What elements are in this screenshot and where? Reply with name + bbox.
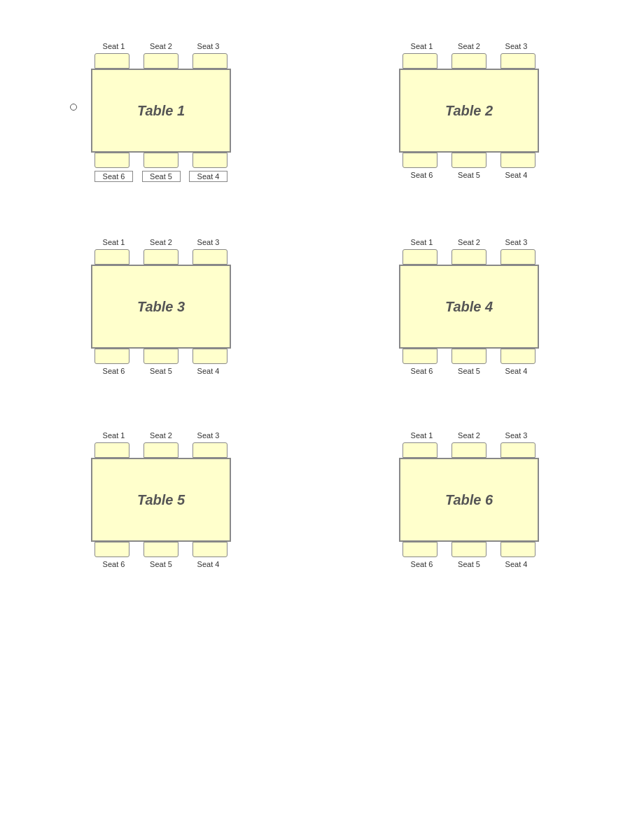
chairs-bottom-2 — [402, 153, 536, 168]
seat-bottom-label-6-2: Seat 5 — [450, 560, 489, 568]
seat-bottom-label-4-3: Seat 4 — [497, 367, 536, 375]
seat-bottom-label-1-1: Seat 6 — [94, 171, 133, 182]
table-label-4: Table 4 — [445, 299, 493, 315]
table-rect-2[interactable]: Table 2 — [399, 69, 539, 153]
table-rect-3[interactable]: Table 3 — [91, 265, 231, 349]
seat-bottom-label-2-1: Seat 6 — [402, 171, 441, 179]
table-unit-5[interactable]: Seat 1Seat 2Seat 3Table 5Seat 6Seat 5Sea… — [84, 431, 238, 568]
seat-top-label-5-3: Seat 3 — [189, 431, 227, 440]
chair-bottom-1-2[interactable] — [144, 153, 178, 168]
table-unit-6[interactable]: Seat 1Seat 2Seat 3Table 6Seat 6Seat 5Sea… — [392, 431, 546, 568]
chairs-bottom-4 — [402, 349, 536, 364]
seat-bottom-label-6-3: Seat 4 — [497, 560, 536, 568]
seat-labels-bottom-4: Seat 6Seat 5Seat 4 — [402, 367, 536, 375]
chair-top-1-1[interactable] — [94, 53, 130, 69]
seat-labels-top-5: Seat 1Seat 2Seat 3 — [94, 431, 227, 440]
chair-bottom-5-3[interactable] — [192, 542, 227, 557]
seat-top-label-3-2: Seat 2 — [142, 238, 181, 246]
seat-labels-bottom-6: Seat 6Seat 5Seat 4 — [402, 560, 536, 568]
seat-bottom-label-6-1: Seat 6 — [402, 560, 441, 568]
seat-bottom-label-4-2: Seat 5 — [450, 367, 489, 375]
chair-bottom-3-1[interactable] — [94, 349, 130, 364]
chairs-bottom-3 — [94, 349, 227, 364]
seat-top-label-2-3: Seat 3 — [497, 42, 536, 50]
table-unit-2[interactable]: Seat 1Seat 2Seat 3Table 2Seat 6Seat 5Sea… — [392, 42, 546, 182]
chair-top-1-3[interactable] — [192, 53, 227, 69]
seat-bottom-label-3-3: Seat 4 — [189, 367, 227, 375]
chair-top-2-3[interactable] — [500, 53, 536, 69]
seat-top-label-4-2: Seat 2 — [450, 238, 489, 246]
seat-top-label-1-1: Seat 1 — [94, 42, 133, 50]
seat-labels-bottom-5: Seat 6Seat 5Seat 4 — [94, 560, 227, 568]
chair-bottom-6-1[interactable] — [402, 542, 438, 557]
chair-top-1-2[interactable] — [144, 53, 178, 69]
chair-top-4-3[interactable] — [500, 249, 536, 265]
table-rect-5[interactable]: Table 5 — [91, 458, 231, 542]
chairs-top-5 — [94, 442, 227, 458]
chairs-top-3 — [94, 249, 227, 265]
chair-bottom-4-1[interactable] — [402, 349, 438, 364]
seat-labels-top-3: Seat 1Seat 2Seat 3 — [94, 238, 227, 246]
chair-bottom-3-2[interactable] — [144, 349, 178, 364]
seat-bottom-label-1-2: Seat 5 — [142, 171, 181, 182]
chairs-top-6 — [402, 442, 536, 458]
chair-top-6-2[interactable] — [451, 442, 486, 458]
chair-bottom-6-3[interactable] — [500, 542, 536, 557]
chair-top-2-1[interactable] — [402, 53, 438, 69]
seat-labels-bottom-1: Seat 6Seat 5Seat 4 — [94, 171, 227, 182]
chair-bottom-5-1[interactable] — [94, 542, 130, 557]
chair-top-2-2[interactable] — [451, 53, 486, 69]
seat-bottom-label-3-2: Seat 5 — [142, 367, 181, 375]
seat-labels-top-4: Seat 1Seat 2Seat 3 — [402, 238, 536, 246]
seat-bottom-label-2-2: Seat 5 — [450, 171, 489, 179]
seat-top-label-2-1: Seat 1 — [402, 42, 441, 50]
chair-top-5-2[interactable] — [144, 442, 178, 458]
table-label-2: Table 2 — [445, 103, 493, 119]
seat-top-label-1-2: Seat 2 — [142, 42, 181, 50]
table-rect-4[interactable]: Table 4 — [399, 265, 539, 349]
seat-top-label-6-2: Seat 2 — [450, 431, 489, 440]
table-label-5: Table 5 — [137, 492, 185, 508]
chair-bottom-5-2[interactable] — [144, 542, 178, 557]
seat-bottom-label-2-3: Seat 4 — [497, 171, 536, 179]
chair-top-4-2[interactable] — [451, 249, 486, 265]
chair-bottom-1-3[interactable] — [192, 153, 227, 168]
table-rect-1[interactable]: Table 1 — [91, 69, 231, 153]
chair-top-5-1[interactable] — [94, 442, 130, 458]
chair-bottom-4-3[interactable] — [500, 349, 536, 364]
chair-bottom-2-1[interactable] — [402, 153, 438, 168]
seat-top-label-3-3: Seat 3 — [189, 238, 227, 246]
table-unit-3[interactable]: Seat 1Seat 2Seat 3Table 3Seat 6Seat 5Sea… — [84, 238, 238, 375]
small-circle — [70, 104, 77, 111]
seat-labels-top-2: Seat 1Seat 2Seat 3 — [402, 42, 536, 50]
table-unit-4[interactable]: Seat 1Seat 2Seat 3Table 4Seat 6Seat 5Sea… — [392, 238, 546, 375]
chair-top-3-1[interactable] — [94, 249, 130, 265]
chair-bottom-2-2[interactable] — [451, 153, 486, 168]
seat-top-label-4-3: Seat 3 — [497, 238, 536, 246]
chair-top-6-1[interactable] — [402, 442, 438, 458]
table-unit-1[interactable]: Seat 1Seat 2Seat 3Table 1Seat 6Seat 5Sea… — [84, 42, 238, 182]
chair-bottom-1-1[interactable] — [94, 153, 130, 168]
chair-top-5-3[interactable] — [192, 442, 227, 458]
chairs-bottom-5 — [94, 542, 227, 557]
seat-labels-top-6: Seat 1Seat 2Seat 3 — [402, 431, 536, 440]
chairs-bottom-1 — [94, 153, 227, 168]
chair-top-6-3[interactable] — [500, 442, 536, 458]
seat-bottom-label-5-3: Seat 4 — [189, 560, 227, 568]
chair-top-3-3[interactable] — [192, 249, 227, 265]
chairs-top-1 — [94, 53, 227, 69]
table-rect-6[interactable]: Table 6 — [399, 458, 539, 542]
chair-bottom-4-2[interactable] — [451, 349, 486, 364]
table-label-1: Table 1 — [137, 103, 185, 119]
chairs-top-2 — [402, 53, 536, 69]
seat-top-label-5-1: Seat 1 — [94, 431, 133, 440]
chair-bottom-6-2[interactable] — [451, 542, 486, 557]
chair-bottom-2-3[interactable] — [500, 153, 536, 168]
seat-top-label-4-1: Seat 1 — [402, 238, 441, 246]
chair-top-3-2[interactable] — [144, 249, 178, 265]
chair-top-4-1[interactable] — [402, 249, 438, 265]
chair-bottom-3-3[interactable] — [192, 349, 227, 364]
seat-top-label-2-2: Seat 2 — [450, 42, 489, 50]
page: Seat 1Seat 2Seat 3Table 1Seat 6Seat 5Sea… — [0, 0, 630, 840]
table-label-3: Table 3 — [137, 299, 185, 315]
